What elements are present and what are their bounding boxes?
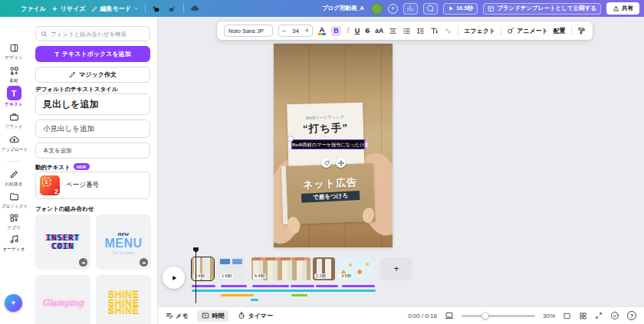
text-track-segment[interactable] xyxy=(291,285,314,287)
sidebar-item-projects[interactable]: プロジェクト xyxy=(0,191,28,210)
underline-button[interactable]: U xyxy=(355,27,360,34)
selection-corner-handle[interactable] xyxy=(288,136,294,142)
canva-video-editor: ファイル リサイズ 編集モード ブログ用動画_A + xyxy=(0,0,644,324)
timer-button[interactable]: タイマー xyxy=(238,312,273,320)
sidebar-item-audio[interactable]: オーディオ xyxy=(0,234,28,253)
share-button[interactable]: 共有 xyxy=(606,2,639,15)
page-digit-2: 2 xyxy=(54,188,58,195)
resize-menu-button[interactable]: リサイズ xyxy=(51,5,86,13)
add-textbox-button[interactable]: T テキストボックスを追加 xyxy=(35,46,150,62)
effects-button[interactable]: エフェクト xyxy=(464,27,495,35)
font-combo-insert-coin[interactable]: INSERTCOIN xyxy=(35,214,90,270)
move-handle[interactable] xyxy=(336,158,346,168)
book-cover-line2: で差をつけろ xyxy=(301,191,360,203)
sidebar-item-draw[interactable]: お絵描き xyxy=(0,169,28,188)
sidebar-item-elements[interactable]: 素材 xyxy=(0,65,28,84)
font-search-box[interactable] xyxy=(35,26,150,41)
animate-button[interactable]: アニメート xyxy=(507,27,548,35)
file-menu-button[interactable]: ファイル xyxy=(21,5,46,13)
text-icon: T xyxy=(7,86,21,100)
comments-button[interactable] xyxy=(423,3,438,15)
font-combo-shine[interactable]: SHINESHINESHINE xyxy=(96,275,151,324)
main-menu-icon[interactable] xyxy=(5,3,15,14)
list-button[interactable] xyxy=(402,27,411,35)
transparency-button[interactable] xyxy=(444,27,452,35)
add-heading-style[interactable]: 見出しを追加 xyxy=(35,93,150,115)
text-track-segment[interactable] xyxy=(316,285,338,287)
dynamic-text-label: 動的テキスト xyxy=(35,164,71,171)
vertical-text-button[interactable] xyxy=(430,27,439,35)
page-number-card[interactable]: 1 2 ページ番号 xyxy=(35,172,150,199)
bold-button[interactable]: B xyxy=(331,26,341,36)
fullscreen-icon[interactable] xyxy=(595,312,603,319)
font-combo-glamping[interactable]: Glamping xyxy=(35,275,90,324)
notes-button[interactable]: メモ xyxy=(166,312,188,320)
short-audio-segment[interactable] xyxy=(251,299,258,301)
font-size-decrease-button[interactable]: − xyxy=(279,27,289,34)
spacing-button[interactable] xyxy=(416,27,425,35)
italic-button[interactable]: I xyxy=(347,27,350,34)
add-clip-button[interactable]: + xyxy=(380,257,412,280)
rotate-handle[interactable] xyxy=(321,158,331,168)
sidebar-item-uploads[interactable]: アップロード xyxy=(0,134,28,153)
timeline-clip-4[interactable]: 2.2秒 xyxy=(313,257,335,280)
edit-mode-menu-button[interactable]: 編集モード xyxy=(91,5,140,13)
font-size-value[interactable]: 34 xyxy=(289,28,302,34)
text-t-icon: T xyxy=(54,51,59,58)
zoom-level[interactable]: 30% xyxy=(543,313,555,319)
magic-write-button[interactable]: マジック作文 xyxy=(35,67,150,83)
music-track-segment[interactable] xyxy=(221,294,254,296)
alignment-button[interactable] xyxy=(389,27,397,35)
help-button[interactable]: ? xyxy=(627,311,636,320)
selection-side-handle[interactable] xyxy=(365,142,368,148)
playhead-pin[interactable] xyxy=(193,247,199,253)
ai-assistant-button[interactable] xyxy=(5,294,22,312)
text-track-segment[interactable] xyxy=(221,285,247,287)
sidebar-item-text[interactable]: T テキスト xyxy=(0,86,28,108)
sidebar-item-design[interactable]: デザイン xyxy=(0,42,28,61)
font-family-select[interactable]: Noto Sans JP xyxy=(224,25,273,37)
position-button[interactable]: 配置 xyxy=(554,27,566,35)
timeline-clip-2[interactable]: 1.6秒 xyxy=(219,257,245,280)
book-title-text: “打ち手” xyxy=(288,121,363,137)
comment-bubble-icon xyxy=(426,5,434,12)
redo-icon[interactable] xyxy=(167,3,178,14)
font-size-stepper: − 34 + xyxy=(278,25,313,37)
search-input[interactable] xyxy=(51,31,145,38)
sidebar-item-brand[interactable]: ブランド xyxy=(0,111,28,130)
text-track-segment[interactable] xyxy=(342,285,375,287)
fit-screen-icon[interactable] xyxy=(445,311,454,320)
publish-brand-template-button[interactable]: ブランドテンプレートとして公開する xyxy=(483,3,601,15)
font-combo-new-menu[interactable]: new MENU for foodies xyxy=(96,214,151,270)
add-body-style[interactable]: 本文を追加 xyxy=(35,142,150,159)
text-track-segment[interactable] xyxy=(252,285,289,287)
strikethrough-button[interactable]: S xyxy=(365,27,370,34)
text-case-button[interactable]: aA xyxy=(375,27,383,34)
add-member-button[interactable]: + xyxy=(388,4,398,14)
add-subheading-style[interactable]: 小見出しを追加 xyxy=(35,119,150,138)
avatar[interactable] xyxy=(371,3,383,15)
preview-play-button[interactable]: 16.5秒 xyxy=(443,3,478,15)
text-color-button[interactable]: A xyxy=(318,26,326,35)
video-canvas-page[interactable]: BtoBマーケティング “打ち手” ネット広告 で差をつけろ BtoB商材のマー… xyxy=(274,44,393,247)
grid-view-icon[interactable] xyxy=(579,312,587,320)
duration-tab-button[interactable]: 時間 xyxy=(197,310,228,322)
copy-style-roller-icon[interactable] xyxy=(577,27,586,35)
edit-mode-label: 編集モード xyxy=(100,5,131,13)
sidebar-label: 素材 xyxy=(1,77,26,83)
audio-track-bar[interactable] xyxy=(192,290,376,292)
green-track-segment[interactable] xyxy=(291,294,307,296)
undo-icon[interactable] xyxy=(151,3,162,14)
playhead[interactable] xyxy=(193,247,199,304)
font-size-increase-button[interactable]: + xyxy=(302,27,312,34)
page-view-icon[interactable] xyxy=(563,312,571,320)
zoom-slider[interactable] xyxy=(462,315,535,317)
document-title[interactable]: ブログ用動画_A xyxy=(322,5,364,12)
timeline-play-button[interactable] xyxy=(163,267,185,289)
insights-button[interactable] xyxy=(403,3,418,15)
sparkle-icon xyxy=(9,299,18,307)
zoom-slider-thumb[interactable] xyxy=(481,312,489,319)
selected-text-element[interactable]: BtoB商材のマーケ担当になったけど xyxy=(292,140,364,149)
timeline-clip-5[interactable]: 3.5秒 xyxy=(338,257,374,280)
timeline-clip-3[interactable]: 6.4秒 xyxy=(251,257,310,280)
